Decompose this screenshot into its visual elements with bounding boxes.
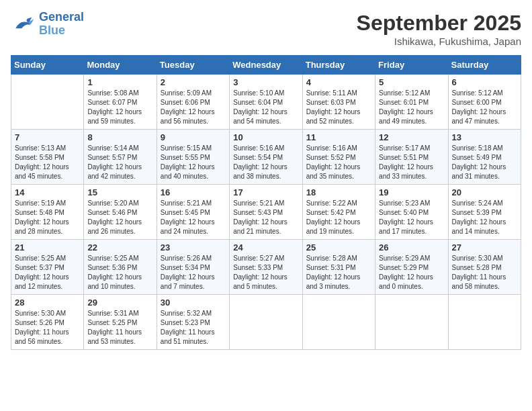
day-number: 9 — [161, 132, 226, 142]
day-number: 6 — [452, 77, 517, 87]
day-number: 16 — [161, 187, 226, 197]
calendar-title: September 2025 — [357, 11, 521, 36]
calendar-cell: 25Sunrise: 5:28 AMSunset: 5:31 PMDayligh… — [302, 240, 375, 295]
day-number: 8 — [87, 132, 152, 142]
day-detail: Sunrise: 5:26 AMSunset: 5:34 PMDaylight:… — [161, 254, 226, 291]
calendar-cell: 19Sunrise: 5:23 AMSunset: 5:40 PMDayligh… — [375, 185, 448, 240]
calendar-cell: 13Sunrise: 5:18 AMSunset: 5:49 PMDayligh… — [448, 130, 521, 185]
header-saturday: Saturday — [448, 56, 521, 75]
day-number: 19 — [379, 187, 444, 197]
calendar-week-1: 1Sunrise: 5:08 AMSunset: 6:07 PMDaylight… — [11, 75, 521, 130]
day-detail: Sunrise: 5:30 AMSunset: 5:26 PMDaylight:… — [15, 309, 80, 347]
day-detail: Sunrise: 5:27 AMSunset: 5:33 PMDaylight:… — [233, 254, 298, 291]
day-detail: Sunrise: 5:10 AMSunset: 6:04 PMDaylight:… — [233, 89, 298, 126]
calendar-cell: 7Sunrise: 5:13 AMSunset: 5:58 PMDaylight… — [11, 130, 84, 185]
day-detail: Sunrise: 5:28 AMSunset: 5:31 PMDaylight:… — [306, 254, 371, 291]
day-detail: Sunrise: 5:31 AMSunset: 5:25 PMDaylight:… — [87, 309, 152, 347]
calendar-cell: 21Sunrise: 5:25 AMSunset: 5:37 PMDayligh… — [11, 240, 84, 295]
calendar-cell: 17Sunrise: 5:21 AMSunset: 5:43 PMDayligh… — [230, 185, 302, 240]
logo: General Blue — [11, 11, 84, 38]
header-tuesday: Tuesday — [157, 56, 229, 75]
day-number: 27 — [452, 242, 517, 253]
day-number: 5 — [379, 77, 444, 87]
day-number: 29 — [87, 298, 152, 308]
day-detail: Sunrise: 5:24 AMSunset: 5:39 PMDaylight:… — [452, 199, 517, 236]
day-number: 2 — [161, 77, 226, 87]
calendar-header-row: SundayMondayTuesdayWednesdayThursdayFrid… — [11, 56, 521, 75]
day-detail: Sunrise: 5:15 AMSunset: 5:55 PMDaylight:… — [161, 144, 226, 181]
day-number: 23 — [161, 242, 226, 253]
calendar-cell: 4Sunrise: 5:11 AMSunset: 6:03 PMDaylight… — [302, 75, 375, 130]
title-area: September 2025 Ishikawa, Fukushima, Japa… — [357, 11, 521, 47]
day-number: 15 — [87, 187, 152, 197]
header-sunday: Sunday — [11, 56, 84, 75]
calendar-cell — [11, 75, 84, 130]
day-detail: Sunrise: 5:17 AMSunset: 5:51 PMDaylight:… — [379, 144, 444, 181]
calendar-cell: 3Sunrise: 5:10 AMSunset: 6:04 PMDaylight… — [230, 75, 302, 130]
calendar-week-3: 14Sunrise: 5:19 AMSunset: 5:48 PMDayligh… — [11, 185, 521, 240]
day-detail: Sunrise: 5:16 AMSunset: 5:54 PMDaylight:… — [233, 144, 298, 181]
day-detail: Sunrise: 5:08 AMSunset: 6:07 PMDaylight:… — [87, 89, 152, 126]
calendar-cell: 22Sunrise: 5:25 AMSunset: 5:36 PMDayligh… — [84, 240, 157, 295]
day-number: 20 — [452, 187, 517, 197]
day-detail: Sunrise: 5:09 AMSunset: 6:06 PMDaylight:… — [161, 89, 226, 126]
header-friday: Friday — [375, 56, 448, 75]
day-number: 1 — [87, 77, 152, 87]
day-number: 17 — [233, 187, 298, 197]
calendar-cell: 28Sunrise: 5:30 AMSunset: 5:26 PMDayligh… — [11, 295, 84, 350]
day-detail: Sunrise: 5:21 AMSunset: 5:45 PMDaylight:… — [161, 199, 226, 236]
day-number: 24 — [233, 242, 298, 253]
calendar-cell: 12Sunrise: 5:17 AMSunset: 5:51 PMDayligh… — [375, 130, 448, 185]
day-number: 21 — [15, 242, 80, 253]
day-number: 22 — [87, 242, 152, 253]
day-detail: Sunrise: 5:12 AMSunset: 6:00 PMDaylight:… — [452, 89, 517, 126]
day-number: 28 — [15, 298, 80, 308]
day-detail: Sunrise: 5:25 AMSunset: 5:36 PMDaylight:… — [87, 254, 152, 291]
calendar-cell: 1Sunrise: 5:08 AMSunset: 6:07 PMDaylight… — [84, 75, 157, 130]
day-number: 3 — [233, 77, 298, 87]
calendar-subtitle: Ishikawa, Fukushima, Japan — [357, 36, 521, 47]
calendar-cell: 5Sunrise: 5:12 AMSunset: 6:01 PMDaylight… — [375, 75, 448, 130]
calendar-week-2: 7Sunrise: 5:13 AMSunset: 5:58 PMDaylight… — [11, 130, 521, 185]
day-detail: Sunrise: 5:21 AMSunset: 5:43 PMDaylight:… — [233, 199, 298, 236]
logo-icon — [11, 15, 35, 34]
day-number: 30 — [161, 298, 226, 308]
day-number: 7 — [15, 132, 80, 142]
logo-text: General Blue — [39, 11, 84, 38]
header-thursday: Thursday — [302, 56, 375, 75]
day-detail: Sunrise: 5:29 AMSunset: 5:29 PMDaylight:… — [379, 254, 444, 291]
calendar-cell — [302, 295, 375, 350]
calendar-cell — [448, 295, 521, 350]
day-number: 26 — [379, 242, 444, 253]
day-detail: Sunrise: 5:30 AMSunset: 5:28 PMDaylight:… — [452, 254, 517, 291]
day-number: 10 — [233, 132, 298, 142]
day-detail: Sunrise: 5:23 AMSunset: 5:40 PMDaylight:… — [379, 199, 444, 236]
day-detail: Sunrise: 5:20 AMSunset: 5:46 PMDaylight:… — [87, 199, 152, 236]
day-number: 25 — [306, 242, 371, 253]
calendar-cell: 8Sunrise: 5:14 AMSunset: 5:57 PMDaylight… — [84, 130, 157, 185]
calendar-cell: 14Sunrise: 5:19 AMSunset: 5:48 PMDayligh… — [11, 185, 84, 240]
day-detail: Sunrise: 5:12 AMSunset: 6:01 PMDaylight:… — [379, 89, 444, 126]
calendar-cell: 11Sunrise: 5:16 AMSunset: 5:52 PMDayligh… — [302, 130, 375, 185]
calendar-table: SundayMondayTuesdayWednesdayThursdayFrid… — [11, 55, 521, 350]
calendar-cell — [375, 295, 448, 350]
calendar-cell: 15Sunrise: 5:20 AMSunset: 5:46 PMDayligh… — [84, 185, 157, 240]
day-number: 13 — [452, 132, 517, 142]
calendar-cell: 23Sunrise: 5:26 AMSunset: 5:34 PMDayligh… — [157, 240, 229, 295]
calendar-cell: 18Sunrise: 5:22 AMSunset: 5:42 PMDayligh… — [302, 185, 375, 240]
day-detail: Sunrise: 5:18 AMSunset: 5:49 PMDaylight:… — [452, 144, 517, 181]
calendar-week-5: 28Sunrise: 5:30 AMSunset: 5:26 PMDayligh… — [11, 295, 521, 350]
header-monday: Monday — [84, 56, 157, 75]
calendar-cell: 2Sunrise: 5:09 AMSunset: 6:06 PMDaylight… — [157, 75, 229, 130]
day-detail: Sunrise: 5:25 AMSunset: 5:37 PMDaylight:… — [15, 254, 80, 291]
day-number: 12 — [379, 132, 444, 142]
calendar-cell: 6Sunrise: 5:12 AMSunset: 6:00 PMDaylight… — [448, 75, 521, 130]
calendar-cell: 30Sunrise: 5:32 AMSunset: 5:23 PMDayligh… — [157, 295, 229, 350]
calendar-cell: 27Sunrise: 5:30 AMSunset: 5:28 PMDayligh… — [448, 240, 521, 295]
day-detail: Sunrise: 5:16 AMSunset: 5:52 PMDaylight:… — [306, 144, 371, 181]
day-detail: Sunrise: 5:19 AMSunset: 5:48 PMDaylight:… — [15, 199, 80, 236]
calendar-cell: 16Sunrise: 5:21 AMSunset: 5:45 PMDayligh… — [157, 185, 229, 240]
day-detail: Sunrise: 5:14 AMSunset: 5:57 PMDaylight:… — [87, 144, 152, 181]
calendar-week-4: 21Sunrise: 5:25 AMSunset: 5:37 PMDayligh… — [11, 240, 521, 295]
day-number: 18 — [306, 187, 371, 197]
